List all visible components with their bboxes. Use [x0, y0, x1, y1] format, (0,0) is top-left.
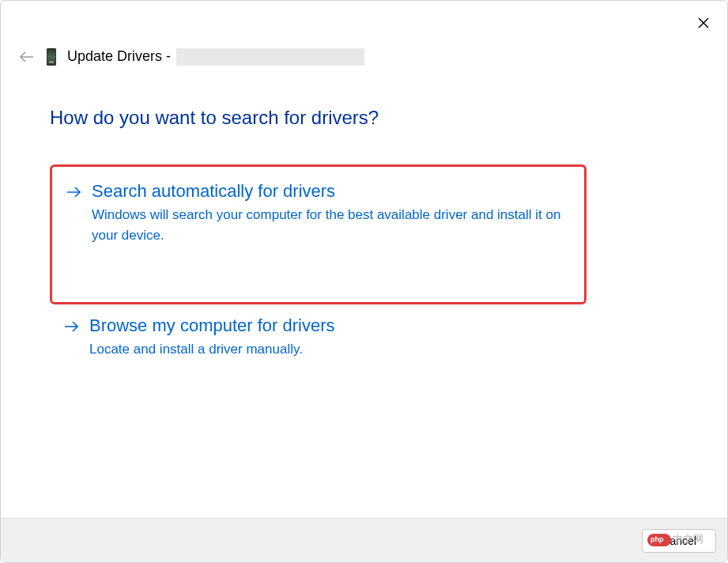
back-button[interactable]: [18, 48, 36, 66]
dialog-footer: Cancel: [1, 518, 727, 562]
arrow-right-icon: [64, 320, 80, 333]
option-content: Browse my computer for drivers Locate an…: [89, 316, 568, 360]
dialog-header: Update Drivers -: [18, 48, 364, 66]
arrow-right-icon: [66, 186, 82, 198]
close-icon: [698, 17, 709, 28]
option-browse-computer[interactable]: Browse my computer for drivers Locate an…: [50, 301, 583, 374]
title-redacted-device: [176, 48, 364, 66]
option-title: Browse my computer for drivers: [89, 316, 568, 336]
question-heading: How do you want to search for drivers?: [50, 107, 379, 129]
title-prefix: Update Drivers -: [67, 48, 175, 64]
dialog-title: Update Drivers -: [67, 48, 364, 66]
device-icon: [47, 48, 56, 66]
option-description: Windows will search your computer for th…: [92, 205, 568, 247]
option-title: Search automatically for drivers: [92, 181, 568, 202]
close-button[interactable]: [692, 12, 715, 34]
cancel-button[interactable]: Cancel: [642, 529, 716, 553]
option-description: Locate and install a driver manually.: [89, 339, 568, 360]
option-search-automatically[interactable]: Search automatically for drivers Windows…: [50, 164, 587, 304]
back-arrow-icon: [19, 51, 35, 62]
option-content: Search automatically for drivers Windows…: [92, 181, 568, 247]
